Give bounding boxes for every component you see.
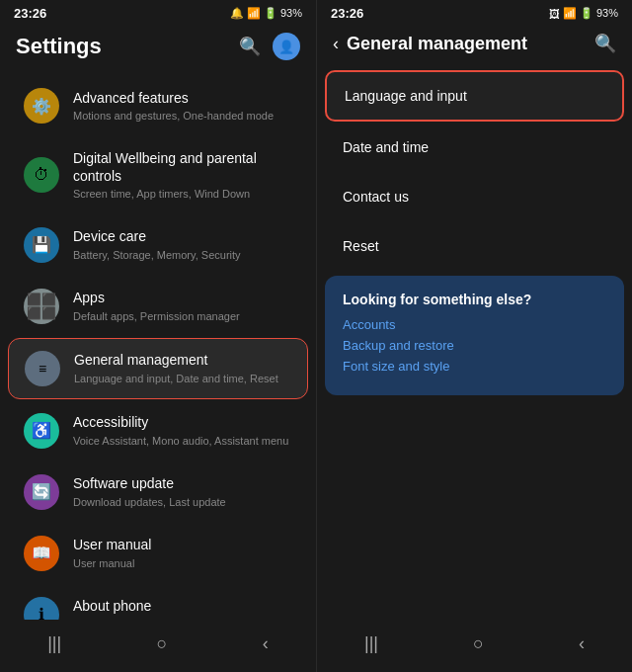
right-nav-recents[interactable]: ||| [345, 630, 398, 658]
settings-item-accessibility[interactable]: ♿ Accessibility Voice Assistant, Mono au… [8, 401, 308, 461]
apps-subtitle: Default apps, Permission manager [73, 309, 292, 323]
left-status-bar: 23:26 🔔 📶 🔋 93% [0, 0, 316, 25]
left-search-icon[interactable]: 🔍 [239, 36, 261, 57]
settings-item-device-care[interactable]: 💾 Device care Battery, Storage, Memory, … [8, 215, 308, 275]
digital-wellbeing-text: Digital Wellbeing and parental controls … [73, 149, 292, 202]
about-phone-text: About phone Status, Legal information, P… [73, 597, 292, 620]
right-item-contact-us[interactable]: Contact us [325, 173, 624, 220]
right-title-bar: ‹ General management 🔍 [317, 25, 632, 64]
right-item-date-time[interactable]: Date and time [325, 124, 624, 171]
right-status-bar: 23:26 🖼 📶 🔋 93% [317, 0, 632, 25]
left-header-icons: 🔍 👤 [239, 33, 300, 60]
right-status-time: 23:26 [331, 6, 363, 21]
settings-title: Settings [16, 34, 102, 59]
accessibility-subtitle: Voice Assistant, Mono audio, Assistant m… [73, 434, 292, 448]
language-input-title: Language and input [345, 88, 604, 104]
device-care-title: Device care [73, 227, 292, 245]
settings-item-software-update[interactable]: 🔄 Software update Download updates, Last… [8, 462, 308, 522]
settings-item-about-phone[interactable]: ℹ About phone Status, Legal information,… [8, 585, 308, 620]
wifi-icon: 📶 [247, 7, 261, 20]
about-phone-icon: ℹ [24, 597, 59, 620]
right-gallery-icon: 🖼 [549, 8, 560, 20]
nav-recents[interactable]: ||| [28, 630, 81, 658]
settings-item-apps[interactable]: ⬛⬛⬛⬛ Apps Default apps, Permission manag… [8, 277, 308, 336]
right-search-icon[interactable]: 🔍 [594, 33, 616, 54]
right-battery-icon: 🔋 93% [580, 7, 618, 20]
right-panel: 23:26 🖼 📶 🔋 93% ‹ General management 🔍 L… [316, 0, 632, 672]
accessibility-title: Accessibility [73, 413, 292, 431]
back-button[interactable]: ‹ [333, 34, 339, 54]
apps-text: Apps Default apps, Permission manager [73, 289, 292, 322]
apps-title: Apps [73, 289, 292, 306]
settings-list: ⚙️ Advanced features Motions and gesture… [0, 70, 316, 620]
right-list: Language and input Date and time Contact… [317, 64, 632, 620]
advanced-features-text: Advanced features Motions and gestures, … [73, 89, 292, 123]
reset-title: Reset [343, 238, 606, 254]
signal-icon: 🔔 [230, 7, 244, 20]
software-update-text: Software update Download updates, Last u… [73, 474, 292, 508]
right-panel-title: General management [347, 34, 527, 54]
general-management-icon: ≡ [25, 351, 60, 386]
apps-icon: ⬛⬛⬛⬛ [24, 289, 59, 324]
advanced-features-title: Advanced features [73, 89, 292, 107]
suggestion-link-backup[interactable]: Backup and restore [343, 338, 606, 353]
digital-wellbeing-title: Digital Wellbeing and parental controls [73, 149, 292, 185]
left-panel: 23:26 🔔 📶 🔋 93% Settings 🔍 👤 ⚙️ Advanced… [0, 0, 316, 672]
avatar[interactable]: 👤 [273, 33, 300, 60]
nav-home[interactable]: ○ [137, 630, 188, 658]
right-status-icons: 🖼 📶 🔋 93% [549, 7, 618, 20]
user-manual-title: User manual [73, 536, 292, 553]
right-item-language-input[interactable]: Language and input [325, 70, 624, 122]
settings-item-digital-wellbeing[interactable]: ⏱ Digital Wellbeing and parental control… [8, 137, 308, 213]
digital-wellbeing-icon: ⏱ [24, 157, 59, 193]
about-phone-title: About phone [73, 597, 292, 615]
battery-icon: 🔋 93% [264, 7, 302, 20]
device-care-icon: 💾 [24, 227, 59, 263]
user-manual-text: User manual User manual [73, 536, 292, 569]
general-management-text: General management Language and input, D… [74, 351, 291, 384]
accessibility-icon: ♿ [24, 413, 59, 449]
suggestion-link-font-size[interactable]: Font size and style [343, 359, 606, 374]
device-care-subtitle: Battery, Storage, Memory, Security [73, 248, 292, 262]
left-status-time: 23:26 [14, 6, 46, 21]
right-signal-icon: 📶 [563, 7, 577, 20]
device-care-text: Device care Battery, Storage, Memory, Se… [73, 227, 292, 261]
right-nav-home[interactable]: ○ [453, 630, 504, 658]
digital-wellbeing-subtitle: Screen time, App timers, Wind Down [73, 187, 292, 201]
user-manual-subtitle: User manual [73, 556, 292, 570]
left-nav-bar: ||| ○ ‹ [0, 620, 316, 672]
settings-item-advanced-features[interactable]: ⚙️ Advanced features Motions and gesture… [8, 76, 308, 135]
settings-item-user-manual[interactable]: 📖 User manual User manual [8, 524, 308, 583]
general-management-subtitle: Language and input, Date and time, Reset [74, 372, 291, 385]
advanced-features-icon: ⚙️ [24, 88, 59, 124]
suggestion-card: Looking for something else? Accounts Bac… [325, 276, 624, 395]
suggestion-card-title: Looking for something else? [343, 292, 606, 307]
date-time-title: Date and time [343, 139, 606, 155]
left-status-icons: 🔔 📶 🔋 93% [230, 7, 302, 20]
software-update-subtitle: Download updates, Last update [73, 495, 292, 509]
nav-back[interactable]: ‹ [243, 630, 288, 658]
right-nav-back[interactable]: ‹ [559, 630, 604, 658]
right-nav-bar: ||| ○ ‹ [317, 620, 632, 672]
left-header: Settings 🔍 👤 [0, 25, 316, 70]
user-manual-icon: 📖 [24, 536, 59, 571]
accessibility-text: Accessibility Voice Assistant, Mono audi… [73, 413, 292, 447]
right-title-left: ‹ General management [333, 34, 527, 54]
settings-item-general-management[interactable]: ≡ General management Language and input,… [8, 338, 308, 399]
advanced-features-subtitle: Motions and gestures, One-handed mode [73, 109, 292, 123]
software-update-title: Software update [73, 474, 292, 492]
contact-us-title: Contact us [343, 189, 606, 205]
suggestion-link-accounts[interactable]: Accounts [343, 317, 606, 332]
general-management-title: General management [74, 351, 291, 369]
right-item-reset[interactable]: Reset [325, 222, 624, 270]
software-update-icon: 🔄 [24, 474, 59, 510]
